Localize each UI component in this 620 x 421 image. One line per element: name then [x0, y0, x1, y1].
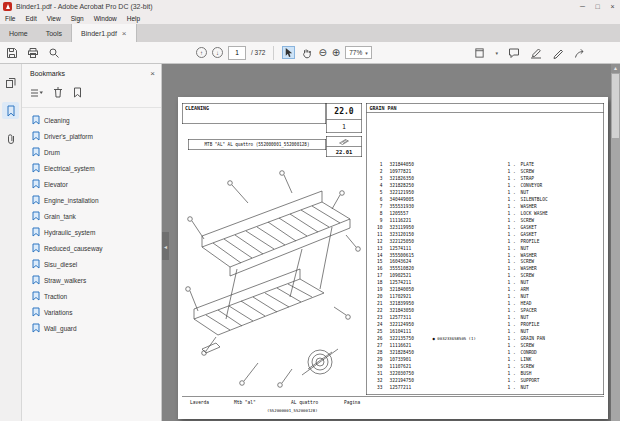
- parts-row: 31 322030750 1 . BUSH: [370, 370, 602, 377]
- parts-row: 27 11116621 1 . SCREW: [370, 342, 602, 349]
- print-icon[interactable]: [26, 46, 39, 59]
- part-description: SCREW: [521, 168, 602, 175]
- bookmark-item[interactable]: Grain_tank: [22, 208, 161, 224]
- part-ref: 27: [370, 342, 383, 349]
- footer-brand: Laverda: [190, 400, 209, 405]
- part-description: SILENTBLOC: [521, 196, 602, 203]
- zoom-out-icon[interactable]: ⊖: [318, 46, 326, 59]
- parts-row: 22 321843050 1 . SPACER: [370, 307, 602, 314]
- search-icon[interactable]: [47, 46, 60, 59]
- bookmark-item[interactable]: Driver's_platform: [22, 128, 161, 144]
- parts-row: 4 321828250 1 . CONVEYOR: [370, 182, 602, 189]
- page-code-box: 22.01: [326, 136, 362, 157]
- select-tool-icon[interactable]: [282, 46, 295, 59]
- bookmark-item[interactable]: Traction: [22, 288, 161, 304]
- parts-list: 1 321844050 1 . PLATE 2 10977821 1 . SC: [370, 162, 602, 391]
- minimize-button[interactable]: ─: [575, 0, 590, 13]
- menu-sign[interactable]: Sign: [66, 15, 89, 22]
- part-ref: 23: [370, 314, 383, 321]
- parts-row: 2 10977821 1 . SCREW: [370, 168, 602, 175]
- sign-pen-icon[interactable]: [551, 46, 564, 59]
- part-description: PROFILE: [521, 238, 602, 245]
- close-button[interactable]: ×: [605, 0, 620, 13]
- tab-home[interactable]: Home: [0, 24, 37, 42]
- bookmark-icon: [32, 115, 40, 125]
- part-ref: 10: [370, 224, 383, 231]
- bookmark-item[interactable]: Reduced_causeway: [22, 240, 161, 256]
- menu-edit[interactable]: Edit: [20, 15, 41, 22]
- scrollbar-thumb[interactable]: [612, 74, 619, 138]
- part-note: [433, 238, 508, 245]
- footer-serials: (552000001_552000128): [267, 408, 318, 413]
- parts-row: 15 16043624 1 . SCREW: [370, 259, 602, 266]
- tab-document-label: Binder1.pdf: [81, 30, 117, 37]
- part-description: SUPPORT: [521, 377, 602, 384]
- tab-tools[interactable]: Tools: [37, 24, 71, 42]
- bookmark-item[interactable]: Wall_guard: [22, 320, 161, 336]
- bookmark-item[interactable]: Elevator: [22, 176, 161, 192]
- part-description: NUT: [521, 280, 602, 287]
- part-description: PROFILE: [521, 321, 602, 328]
- parts-row: 5 322121950 1 . NUT: [370, 189, 602, 196]
- parts-row: 26 322135750 ● 003233658505 (1) 1 . GRAI…: [370, 335, 602, 342]
- bookmark-label: Reduced_causeway: [44, 245, 103, 252]
- bookmark-item[interactable]: Hydraulic_system: [22, 224, 161, 240]
- bookmark-label: Straw_walkers: [44, 277, 86, 284]
- maximize-button[interactable]: □: [590, 0, 605, 13]
- zoom-level-dropdown[interactable]: 77% ▾: [345, 46, 372, 59]
- bookmark-label: Electrical_system: [44, 165, 95, 172]
- section-title-box: CLEANING: [182, 103, 326, 124]
- bookmark-item[interactable]: Drum: [22, 144, 161, 160]
- page-number-input[interactable]: [228, 46, 246, 60]
- grain-pan-diagram: [182, 157, 364, 396]
- chevron-down-icon[interactable]: ▾: [495, 50, 498, 56]
- attachments-icon[interactable]: [2, 130, 19, 147]
- hand-tool-icon[interactable]: [300, 46, 313, 59]
- save-icon[interactable]: [5, 46, 18, 59]
- zoom-in-icon[interactable]: ⊕: [332, 46, 340, 59]
- bookmark-icon: [32, 307, 40, 317]
- part-ref: 20: [370, 293, 383, 300]
- bookmark-item[interactable]: Engine_installation: [22, 192, 161, 208]
- page-thumbnails-icon[interactable]: [2, 74, 19, 91]
- parts-row: 13 12574111 1 . NUT: [370, 245, 602, 252]
- share-icon[interactable]: [573, 46, 586, 59]
- panel-collapse-handle[interactable]: ◂: [162, 232, 169, 260]
- bookmarks-panel: Bookmarks × Cleaning: [22, 64, 162, 421]
- part-ref: 31: [370, 370, 383, 377]
- comment-icon[interactable]: [507, 46, 520, 59]
- menu-help[interactable]: Help: [122, 15, 145, 22]
- bookmark-item[interactable]: Sisu_diesel: [22, 256, 161, 272]
- bookmark-item[interactable]: Cleaning: [22, 112, 161, 128]
- tab-document[interactable]: Binder1.pdf ×: [71, 24, 136, 42]
- footer-rule: [182, 396, 604, 397]
- highlight-icon[interactable]: [529, 46, 542, 59]
- delete-bookmark-icon[interactable]: [53, 84, 63, 102]
- menu-file[interactable]: File: [0, 15, 20, 22]
- panel-close-icon[interactable]: ×: [150, 69, 155, 78]
- previous-page-button[interactable]: ↑: [196, 47, 207, 58]
- part-description: SCREW: [521, 342, 602, 349]
- acrobat-logo-icon: [3, 2, 12, 11]
- new-bookmark-icon[interactable]: [73, 84, 82, 102]
- bookmark-label: Driver's_platform: [44, 133, 93, 140]
- scroll-up-icon[interactable]: ▲: [611, 64, 620, 73]
- window-title: Binder1.pdf - Adobe Acrobat Pro DC (32-b…: [16, 3, 153, 10]
- part-ref: 24: [370, 321, 383, 328]
- next-page-button[interactable]: ↓: [212, 47, 223, 58]
- bookmarks-panel-icon[interactable]: [2, 102, 19, 119]
- vertical-scrollbar[interactable]: ▲: [611, 64, 620, 421]
- bookmark-item[interactable]: Variations: [22, 304, 161, 320]
- parts-row: 21 321839950 1 . HEAD: [370, 300, 602, 307]
- part-description: SCREW: [521, 259, 602, 266]
- menu-view[interactable]: View: [42, 15, 66, 22]
- bookmark-options-icon[interactable]: [30, 84, 43, 102]
- tab-close-icon[interactable]: ×: [122, 29, 127, 38]
- bookmark-item[interactable]: Straw_walkers: [22, 272, 161, 288]
- menu-window[interactable]: Window: [89, 15, 122, 22]
- parts-row: 17 10902521 1 . SCREW: [370, 273, 602, 280]
- bookmark-item[interactable]: Electrical_system: [22, 160, 161, 176]
- parts-row: 1 321844050 1 . PLATE: [370, 162, 602, 169]
- page-display-icon[interactable]: [473, 46, 486, 59]
- bookmark-label: Elevator: [44, 181, 68, 188]
